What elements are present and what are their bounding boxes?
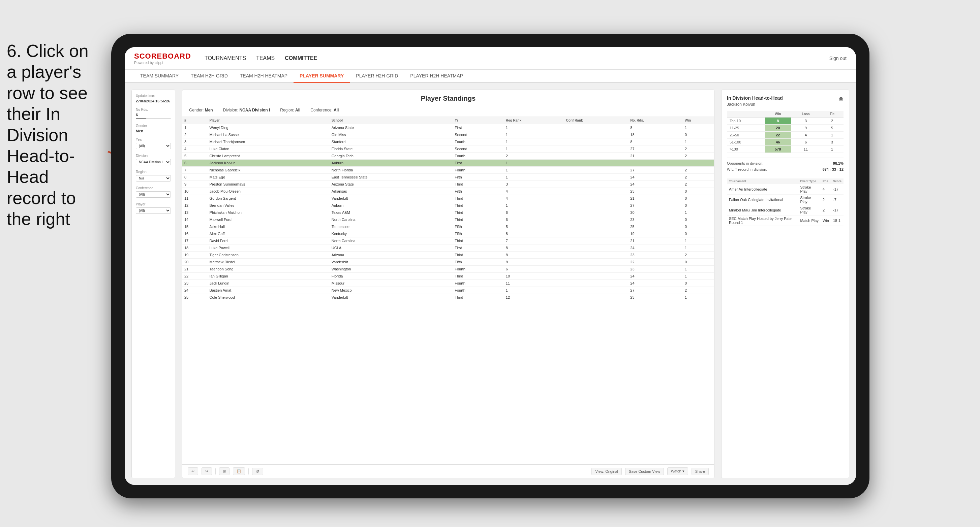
table-row[interactable]: 22 Ian Gilligan Florida Third 10 24 1 — [182, 273, 714, 280]
no-rds-value: 6 — [136, 113, 171, 117]
cell-yr: Third — [453, 181, 504, 188]
cell-reg: 11 — [504, 280, 564, 287]
cell-player: Maxwell Ford — [208, 216, 329, 223]
table-row[interactable]: 13 Phichaksn Maichon Texas A&M Third 6 3… — [182, 209, 714, 216]
bottom-toolbar: ↩ ↪ ⊞ 📋 ⏱ View: Original Save Custom Vie… — [182, 464, 714, 478]
cell-num: 15 — [182, 223, 208, 230]
h2h-loss-cell: 11 — [791, 146, 821, 153]
table-row[interactable]: 19 Tiger Christensen Arizona Third 8 23 … — [182, 252, 714, 259]
cell-rds: 27 — [628, 167, 683, 174]
table-row[interactable]: 4 Luke Claton Florida State Second 1 27 … — [182, 146, 714, 152]
main-content: Update time: 27/03/2024 16:56:26 No Rds.… — [125, 83, 856, 485]
col-win: Win — [683, 117, 714, 124]
filter-row: Gender: Men Division: NCAA Division I Re… — [189, 105, 707, 114]
cell-school: Arizona State — [329, 124, 453, 131]
division-select[interactable]: NCAA Division I — [136, 159, 171, 165]
h2h-rank-label: Top 10 — [727, 117, 765, 125]
table-row[interactable]: 14 Maxwell Ford North Carolina Third 6 2… — [182, 216, 714, 223]
t-type: Stroke Play — [798, 205, 821, 216]
cell-reg: 1 — [504, 287, 564, 294]
table-row[interactable]: 9 Preston Summerhays Arizona State Third… — [182, 181, 714, 188]
redo-btn[interactable]: ↪ — [202, 467, 212, 475]
table-row[interactable]: 12 Brendan Valles Auburn Third 1 27 0 — [182, 202, 714, 209]
cell-school: Missouri — [329, 280, 453, 287]
h2h-close-btn[interactable]: ⊗ — [838, 95, 843, 103]
nav-tournaments[interactable]: TOURNAMENTS — [205, 54, 246, 63]
cell-rds: 8 — [628, 124, 683, 131]
table-row[interactable]: 10 Jacob Mou-Olesen Arkansas Fifth 4 23 … — [182, 188, 714, 195]
player-select[interactable]: (All) — [136, 208, 171, 214]
sign-out-link[interactable]: Sign out — [829, 56, 846, 61]
cell-yr: Fifth — [453, 174, 504, 181]
cell-conf — [564, 167, 628, 174]
tab-team-h2h-heatmap[interactable]: TEAM H2H HEATMAP — [234, 70, 294, 83]
h2h-tie-cell: 2 — [821, 117, 843, 125]
tab-player-summary[interactable]: PLAYER SUMMARY — [294, 70, 350, 83]
t-col-type: Event Type — [798, 178, 821, 184]
t-type: Match Play — [798, 216, 821, 226]
h2h-col-label — [727, 111, 765, 117]
no-rds-slider[interactable] — [136, 118, 171, 119]
paste-btn[interactable]: 📋 — [233, 467, 245, 475]
h2h-col-win: Win — [765, 111, 791, 117]
view-original-btn[interactable]: View: Original — [592, 468, 622, 475]
table-row[interactable]: 6 Jackson Koivun Auburn First 1 — [182, 160, 714, 167]
year-select[interactable]: (All) — [136, 143, 171, 149]
clock-btn[interactable]: ⏱ — [252, 468, 263, 475]
nav-teams[interactable]: TEAMS — [256, 54, 275, 63]
cell-yr: Fourth — [453, 167, 504, 174]
table-row[interactable]: 1 Wenyi Ding Arizona State First 1 8 1 — [182, 124, 714, 131]
cell-conf — [564, 237, 628, 244]
cell-yr: Fourth — [453, 266, 504, 273]
h2h-divider — [727, 157, 843, 158]
table-row[interactable]: 17 David Ford North Carolina Third 7 21 … — [182, 237, 714, 244]
cell-num: 10 — [182, 188, 208, 195]
tournament-row: Amer Ari Intercollegiate Stroke Play 4 -… — [727, 184, 843, 195]
table-row[interactable]: 7 Nicholas Gabrelcik North Florida Fourt… — [182, 167, 714, 174]
sidebar-update: Update time: 27/03/2024 16:56:26 — [136, 94, 171, 103]
table-row[interactable]: 16 Alex Goff Kentucky Fifth 8 19 0 — [182, 230, 714, 237]
cell-player: Jackson Koivun — [208, 160, 329, 167]
undo-btn[interactable]: ↩ — [188, 467, 198, 475]
cell-player: Brendan Valles — [208, 202, 329, 209]
table-row[interactable]: 24 Bastien Amat New Mexico Fourth 1 27 2 — [182, 287, 714, 294]
share-btn[interactable]: Share — [692, 468, 709, 475]
save-custom-btn[interactable]: Save Custom View — [625, 468, 664, 475]
t-name: Mirabel Maui Jim Intercollegiate — [727, 205, 798, 216]
col-reg-rank: Reg Rank — [504, 117, 564, 124]
h2h-opponents-row: Opponents in division: 98.1% — [727, 161, 843, 165]
tab-player-h2h-grid[interactable]: PLAYER H2H GRID — [350, 70, 404, 83]
copy-btn[interactable]: ⊞ — [219, 467, 229, 475]
table-row[interactable]: 11 Gordon Sargent Vanderbilt Third 4 21 … — [182, 195, 714, 202]
t-col-score: Score — [831, 178, 843, 184]
cell-win: 0 — [683, 223, 714, 230]
update-time: 27/03/2024 16:56:26 — [136, 99, 171, 103]
region-select[interactable]: N/a — [136, 175, 171, 181]
t-col-name: Tournament — [727, 178, 798, 184]
table-row[interactable]: 8 Mats Ege East Tennessee State Fifth 1 … — [182, 174, 714, 181]
cell-school: New Mexico — [329, 287, 453, 294]
table-row[interactable]: 25 Cole Sherwood Vanderbilt Third 12 23 … — [182, 294, 714, 301]
table-row[interactable]: 18 Luke Powell UCLA First 8 24 1 — [182, 244, 714, 252]
tab-player-h2h-heatmap[interactable]: PLAYER H2H HEATMAP — [404, 70, 469, 83]
table-row[interactable]: 15 Jake Hall Tennessee Fifth 5 25 0 — [182, 223, 714, 230]
table-row[interactable]: 3 Michael Thorbjornsen Stanford Fourth 1… — [182, 138, 714, 146]
cell-win: 1 — [683, 294, 714, 301]
cell-conf — [564, 174, 628, 181]
cell-rds: 30 — [628, 209, 683, 216]
cell-num: 9 — [182, 181, 208, 188]
nav-committee[interactable]: COMMITTEE — [285, 54, 317, 63]
table-row[interactable]: 21 Taehoon Song Washington Fourth 6 23 1 — [182, 266, 714, 273]
h2h-table-header: Win Loss Tie — [727, 111, 843, 117]
cell-school: UCLA — [329, 244, 453, 252]
cell-yr: Third — [453, 195, 504, 202]
tab-team-summary[interactable]: TEAM SUMMARY — [134, 70, 185, 83]
conference-select[interactable]: (All) — [136, 191, 171, 198]
watch-btn[interactable]: Watch ▾ — [667, 467, 688, 475]
table-row[interactable]: 23 Jack Lundin Missouri Fourth 11 24 0 — [182, 280, 714, 287]
table-row[interactable]: 2 Michael La Sasse Ole Miss Second 1 18 … — [182, 131, 714, 138]
tab-team-h2h-grid[interactable]: TEAM H2H GRID — [185, 70, 234, 83]
table-row[interactable]: 20 Matthew Riedel Vanderbilt Fifth 8 22 … — [182, 259, 714, 266]
cell-player: Preston Summerhays — [208, 181, 329, 188]
table-row[interactable]: 5 Christo Lamprecht Georgia Tech Fourth … — [182, 152, 714, 160]
